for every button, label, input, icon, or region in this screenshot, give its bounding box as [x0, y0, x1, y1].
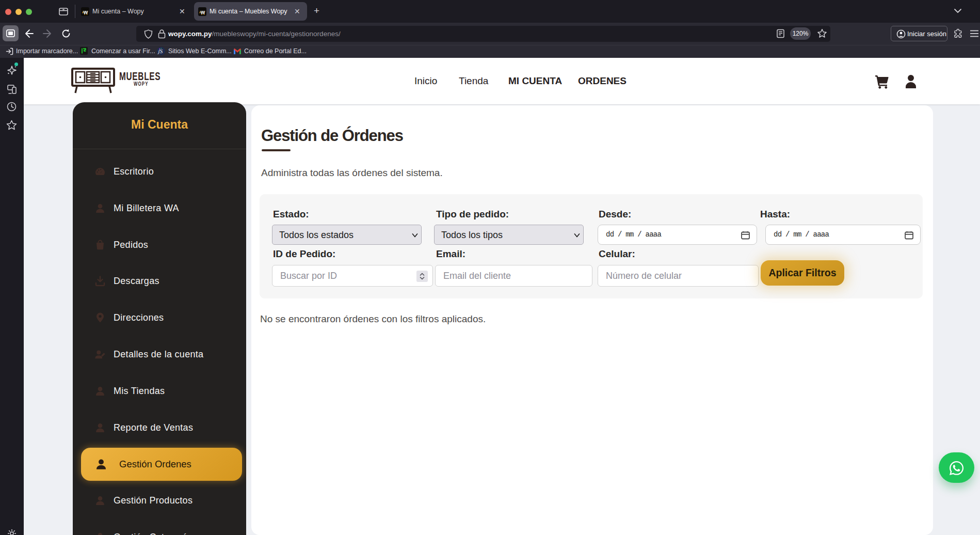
svg-text:w: w [200, 9, 205, 15]
svg-text:w: w [83, 9, 88, 15]
